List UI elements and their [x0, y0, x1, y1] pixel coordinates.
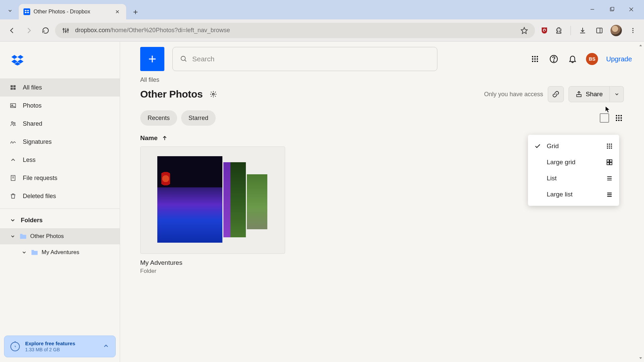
share-menu-caret[interactable] [610, 86, 624, 102]
page-header-right: Only you have access Share [484, 86, 624, 102]
svg-rect-66 [611, 144, 612, 145]
new-tab-button[interactable] [129, 6, 142, 18]
search-input[interactable]: Search [172, 47, 437, 71]
chrome-menu-icon[interactable] [627, 24, 639, 37]
sidebar-item-label: Shared [23, 120, 42, 127]
storage-usage: 1.33 MB of 2 GB [25, 347, 75, 352]
sidebar-item-file-requests[interactable]: File requests [0, 169, 120, 187]
svg-point-52 [213, 93, 215, 95]
storage-promo[interactable]: Explore free features 1.33 MB of 2 GB [4, 336, 116, 357]
view-option-label: Large grid [547, 159, 576, 166]
scroll-up-icon[interactable] [638, 43, 643, 48]
sidebar-item-all-files[interactable]: All files [0, 78, 120, 97]
address-bar[interactable]: dropbox.com/home/Other%20Photos?di=left_… [55, 23, 535, 38]
folder-tile[interactable]: My Adventures Folder [140, 146, 285, 275]
svg-rect-74 [610, 160, 612, 162]
scroll-down-icon[interactable] [638, 355, 643, 361]
svg-marker-15 [521, 27, 527, 33]
chevron-down-icon [21, 249, 28, 256]
create-button[interactable] [140, 47, 164, 71]
topbar-right: BS Upgrade [530, 53, 632, 65]
svg-point-13 [65, 31, 66, 32]
ublock-icon[interactable] [540, 26, 548, 35]
scrollbar[interactable] [637, 42, 644, 362]
sidebar-item-shared[interactable]: Shared [0, 115, 120, 133]
window-maximize-button[interactable] [605, 3, 619, 16]
view-option-large-grid[interactable]: Large grid [528, 154, 619, 170]
tab-title: Other Photos - Dropbox [34, 9, 110, 15]
share-label: Share [586, 90, 603, 98]
sidebar-item-deleted-files[interactable]: Deleted files [0, 187, 120, 205]
sidepanel-icon[interactable] [593, 24, 606, 37]
sidebar-item-signatures[interactable]: Signatures [0, 133, 120, 151]
svg-rect-72 [611, 147, 612, 148]
breadcrumb[interactable]: All files [140, 76, 624, 83]
site-settings-icon[interactable] [61, 26, 70, 35]
large-grid-icon [606, 159, 613, 166]
view-toggle-button[interactable] [614, 113, 624, 123]
upgrade-link[interactable]: Upgrade [606, 55, 632, 63]
svg-rect-42 [534, 56, 536, 57]
notifications-icon[interactable] [567, 54, 578, 64]
large-list-icon [606, 191, 613, 198]
file-request-icon [9, 174, 17, 182]
window-close-button[interactable] [625, 3, 638, 16]
extensions-icon[interactable] [552, 24, 565, 37]
svg-point-12 [63, 28, 64, 30]
sidebar-folder-my-adventures[interactable]: My Adventures [0, 244, 120, 260]
sidebar-item-label: All files [23, 84, 42, 91]
window-minimize-button[interactable] [586, 3, 599, 16]
tab-search-button[interactable] [3, 4, 17, 17]
sidebar-item-label: Signatures [23, 138, 52, 145]
view-option-list[interactable]: List [528, 170, 619, 186]
sidebar-item-less[interactable]: Less [0, 151, 120, 169]
browser-tab-active[interactable]: Other Photos - Dropbox [19, 4, 126, 19]
tab-close-button[interactable] [113, 8, 121, 16]
sidebar-item-label: File requests [23, 175, 57, 182]
profile-avatar[interactable] [610, 24, 623, 37]
view-option-large-list[interactable]: Large list [528, 186, 619, 202]
svg-point-14 [67, 29, 69, 31]
folder-settings-button[interactable] [209, 89, 218, 99]
bookmark-star-icon[interactable] [520, 26, 529, 35]
filter-recents[interactable]: Recents [140, 110, 177, 126]
files-icon [9, 84, 17, 91]
svg-rect-49 [537, 61, 538, 62]
account-avatar[interactable]: BS [586, 53, 598, 65]
sidebar-folders-header[interactable]: Folders [0, 212, 120, 228]
svg-rect-48 [534, 61, 536, 62]
trash-icon [9, 192, 17, 200]
dropbox-logo[interactable] [0, 42, 120, 78]
copy-link-button[interactable] [548, 86, 564, 102]
svg-rect-43 [537, 56, 538, 57]
folder-label: My Adventures [42, 249, 79, 256]
forward-button[interactable] [21, 23, 36, 38]
sidebar-folder-other-photos[interactable]: Other Photos [0, 228, 120, 244]
folder-icon [31, 249, 38, 255]
view-option-grid[interactable]: Grid [528, 138, 619, 154]
help-icon[interactable] [548, 54, 559, 64]
reload-button[interactable] [38, 23, 53, 38]
clock-icon [10, 342, 20, 351]
downloads-icon[interactable] [576, 24, 589, 37]
share-button[interactable]: Share [569, 86, 610, 102]
browser-toolbar: dropbox.com/home/Other%20Photos?di=left_… [0, 19, 644, 42]
signature-icon [9, 138, 17, 145]
filter-starred[interactable]: Starred [181, 110, 216, 126]
svg-rect-56 [621, 115, 622, 116]
svg-point-51 [553, 61, 554, 61]
chevron-up-icon [9, 156, 17, 164]
svg-rect-61 [618, 120, 620, 121]
back-button[interactable] [5, 23, 19, 38]
browser-chrome: Other Photos - Dropbox dropbox.com/home/… [0, 0, 644, 42]
select-all-checkbox[interactable] [600, 113, 609, 123]
chevron-up-icon[interactable] [103, 343, 109, 351]
sidebar-item-photos[interactable]: Photos [0, 97, 120, 115]
sidebar-separator [0, 208, 120, 209]
svg-rect-58 [618, 117, 620, 119]
dropbox-app: All files Photos Shared Signatures Less … [0, 42, 644, 362]
page-title: Other Photos [140, 88, 203, 100]
svg-marker-84 [639, 357, 642, 359]
grid-icon [606, 142, 613, 150]
apps-grid-icon[interactable] [530, 54, 540, 64]
